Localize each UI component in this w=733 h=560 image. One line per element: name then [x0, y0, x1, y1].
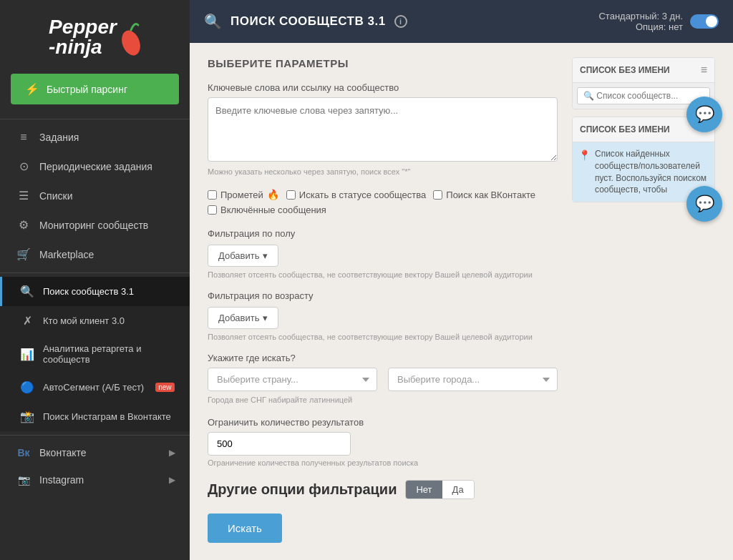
list-card-1-title: СПИСОК БЕЗ ИМЕНИ [580, 65, 670, 75]
sidebar-item-label: Кто мой клиент 3.0 [43, 315, 125, 326]
page-title: ПОИСК СООБЩЕСТВ 3.1 [230, 14, 386, 29]
section-title: ВЫБЕРИТЕ ПАРАМЕТРЫ [208, 57, 558, 69]
where-label: Укажите где искать? [208, 353, 558, 363]
dropdown-arrow-icon: ▾ [263, 313, 268, 323]
included-label: Включённые сообщения [220, 205, 326, 215]
dropdown-arrow-icon: ▾ [263, 250, 268, 261]
sidebar-item-vk[interactable]: Вк Вконтакте ▶ [0, 439, 190, 466]
tasks-icon: ≡ [16, 131, 31, 144]
checkbox-prometei[interactable]: Прометей 🔥 [208, 189, 279, 200]
gender-add-label: Добавить [218, 250, 259, 261]
sidebar-item-autosegment[interactable]: 🔵 АвтоСегмент (А/Б тест) new [0, 373, 190, 402]
sidebar-item-lists[interactable]: ☰ Списки [0, 181, 190, 210]
instagram-search-icon: 📸 [20, 410, 34, 423]
marketplace-icon: 🛒 [16, 247, 31, 261]
arrow-icon: ▶ [169, 448, 175, 458]
city-select[interactable]: Выберите города... [388, 368, 558, 391]
arrow-icon: ▶ [169, 475, 175, 485]
sidebar-item-tasks[interactable]: ≡ Задания [0, 123, 190, 152]
vk-icon: Вк [16, 447, 31, 458]
fire-icon: 🔥 [267, 189, 279, 200]
gender-filter-hint: Позволяет отсеять сообщества, не соответ… [208, 270, 558, 279]
list-empty-text: Список найденных сообществ/пользователей… [595, 148, 709, 196]
checkbox-search-vk[interactable]: Поиск как ВКонтакте [433, 190, 535, 200]
included-checkbox[interactable] [208, 205, 217, 215]
sidebar-item-analytics[interactable]: 📊 Аналитика ретаргета и сообществ [0, 335, 190, 373]
checkbox-search-status[interactable]: Искать в статусе сообщества [286, 190, 426, 200]
sidebar-item-label: Instagram [39, 474, 84, 486]
header-left: 🔍 ПОИСК СООБЩЕСТВ 3.1 i [204, 13, 407, 30]
header-right: Стандартный: 3 дн. Опция: нет [598, 11, 719, 32]
periodic-icon: ⊙ [16, 159, 31, 173]
list-empty-message: 📍 Список найденных сообществ/пользовател… [578, 148, 709, 196]
list-search-input[interactable] [577, 87, 710, 104]
right-panel: СПИСОК БЕЗ ИМЕНИ ≡ 💬 СПИСОК БЕЗ ИМЕНИ ≡ [572, 57, 715, 546]
plan-label: Стандартный: 3 дн. [598, 11, 683, 21]
limit-hint: Ограничение количества полученных резуль… [208, 458, 558, 467]
selects-row: Выберите страну... Выберите города... [208, 368, 558, 391]
pin-icon: 📍 [578, 149, 591, 163]
sidebar-item-periodic[interactable]: ⊙ Периодические задания [0, 152, 190, 181]
header-toggle[interactable] [690, 14, 719, 29]
age-filter-section: Фильтрация по возрасту Добавить ▾ Позвол… [208, 290, 558, 341]
age-filter-hint: Позволяет отсеять сообщества, не соответ… [208, 333, 558, 341]
search-communities-icon: 🔍 [20, 285, 34, 298]
gender-add-button[interactable]: Добавить ▾ [208, 245, 278, 267]
gender-filter-label: Фильтрация по полу [208, 228, 558, 239]
search-status-checkbox[interactable] [286, 190, 296, 200]
limit-label: Ограничить количество результатов [208, 417, 558, 428]
quick-parse-label: Быстрый парсинг [47, 84, 127, 95]
option-label: Опция: нет [598, 21, 683, 32]
list-card-2-title: СПИСОК БЕЗ ИМЕНИ [580, 124, 670, 134]
sidebar-item-label: Поиск сообществ 3.1 [43, 286, 134, 297]
list-card-1-menu-icon[interactable]: ≡ [701, 64, 707, 77]
search-button[interactable]: Искать [208, 514, 282, 543]
sidebar-item-who-is-client[interactable]: ✗ Кто мой клиент 3.0 [0, 306, 190, 335]
chat-bubble-1[interactable]: 💬 [686, 97, 722, 132]
sidebar-item-label: Поиск Инстаграм в Вконтакте [43, 411, 171, 422]
sidebar-sub-section: 🔍 Поиск сообществ 3.1 ✗ Кто мой клиент 3… [0, 277, 190, 431]
sidebar-item-label: АвтоСегмент (А/Б тест) [43, 382, 144, 393]
analytics-icon: 📊 [20, 348, 34, 361]
list-card-1-header: СПИСОК БЕЗ ИМЕНИ ≡ [573, 58, 714, 83]
sidebar-item-instagram[interactable]: 📷 Instagram ▶ [0, 466, 190, 493]
other-options-group: Другие опции фильтрации Нет Да [208, 480, 558, 499]
sidebar-item-label: Задания [39, 132, 79, 143]
limit-section: Ограничить количество результатов Ограни… [208, 417, 558, 467]
plan-info: Стандартный: 3 дн. Опция: нет [598, 11, 683, 32]
chat-bubble-2[interactable]: 💬 [686, 186, 722, 222]
monitoring-icon: ⚙ [16, 218, 31, 232]
form-panel: ВЫБЕРИТЕ ПАРАМЕТРЫ Ключевые слова или сс… [208, 57, 558, 546]
sidebar-item-insta-search[interactable]: 📸 Поиск Инстаграм в Вконтакте [0, 402, 190, 431]
sidebar-item-monitoring[interactable]: ⚙ Мониторинг сообществ [0, 210, 190, 240]
header: 🔍 ПОИСК СООБЩЕСТВ 3.1 i Стандартный: 3 д… [190, 0, 733, 43]
sidebar-item-label: Вконтакте [39, 447, 87, 458]
sidebar-item-search-communities[interactable]: 🔍 Поиск сообществ 3.1 [0, 277, 190, 306]
keywords-textarea[interactable] [208, 97, 558, 162]
lightning-icon: ⚡ [25, 82, 39, 96]
autosegment-icon: 🔵 [20, 380, 34, 394]
quick-parse-button[interactable]: ⚡ Быстрый парсинг [11, 74, 179, 104]
toggle-group: Нет Да [405, 480, 474, 499]
main-content: 🔍 ПОИСК СООБЩЕСТВ 3.1 i Стандартный: 3 д… [190, 0, 733, 560]
age-add-button[interactable]: Добавить ▾ [208, 307, 278, 329]
sidebar-social-section: Вк Вконтакте ▶ 📷 Instagram ▶ [0, 439, 190, 493]
info-icon[interactable]: i [394, 15, 407, 28]
toggle-yes-button[interactable]: Да [442, 481, 474, 498]
limit-input[interactable] [208, 432, 351, 456]
logo-area: Pepper -ninja [0, 0, 190, 68]
country-select[interactable]: Выберите страну... [208, 368, 377, 391]
other-options-label: Другие опции фильтрации [208, 481, 397, 498]
where-to-search-group: Укажите где искать? Выберите страну... В… [208, 353, 558, 404]
toggle-no-button[interactable]: Нет [406, 481, 442, 498]
checkboxes-group: Прометей 🔥 Искать в статусе сообщества П… [208, 189, 558, 215]
sidebar-item-marketplace[interactable]: 🛒 Marketplace [0, 240, 190, 269]
prometei-checkbox[interactable] [208, 190, 217, 200]
search-vk-label: Поиск как ВКонтакте [446, 190, 535, 200]
where-hint: Города вне СНГ набирайте латинницей [208, 396, 558, 404]
client-icon: ✗ [20, 314, 34, 328]
sidebar-item-label: Аналитика ретаргета и сообществ [43, 343, 175, 365]
checkbox-included[interactable]: Включённые сообщения [208, 205, 326, 215]
keywords-label: Ключевые слова или ссылку на сообщество [208, 82, 558, 93]
search-vk-checkbox[interactable] [433, 190, 442, 200]
